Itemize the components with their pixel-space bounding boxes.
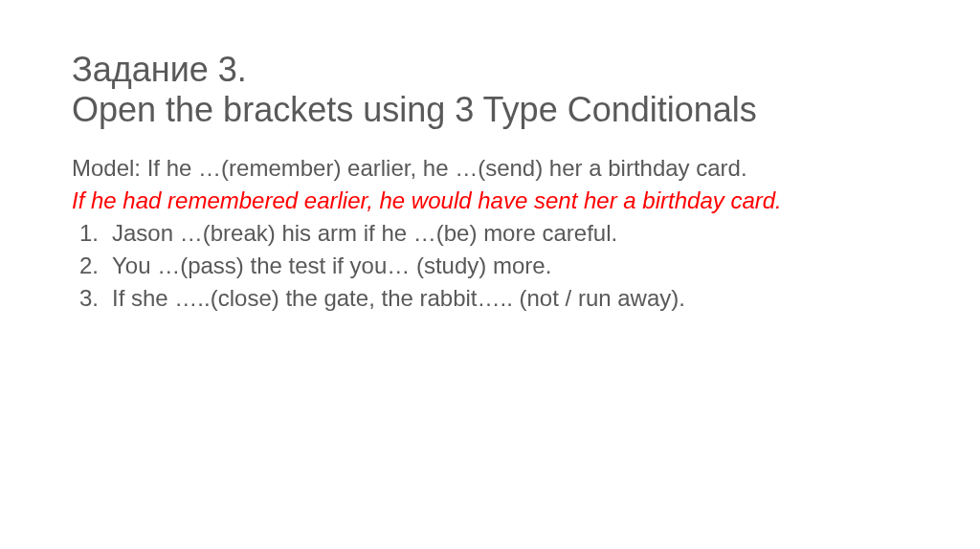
list-item: Jason …(break) his arm if he …(be) more … — [72, 217, 908, 250]
task-instruction: Open the brackets using 3 Type Condition… — [72, 90, 757, 129]
model-line: Model: If he …(remember) earlier, he …(s… — [72, 152, 908, 185]
list-item: You …(pass) the test if you… (study) mor… — [72, 250, 908, 282]
task-title: Задание 3. Open the brackets using 3 Typ… — [72, 50, 908, 131]
model-prefix: Model: — [72, 155, 147, 181]
model-answer: If he had remembered earlier, he would h… — [72, 185, 908, 217]
slide: Задание 3. Open the brackets using 3 Typ… — [0, 0, 980, 549]
body: Model: If he …(remember) earlier, he …(s… — [72, 152, 908, 315]
exercise-list: Jason …(break) his arm if he …(be) more … — [72, 217, 908, 315]
model-sentence: If he …(remember) earlier, he …(send) he… — [147, 155, 747, 181]
list-item: If she …..(close) the gate, the rabbit….… — [72, 282, 908, 315]
task-label: Задание 3. — [72, 50, 247, 89]
